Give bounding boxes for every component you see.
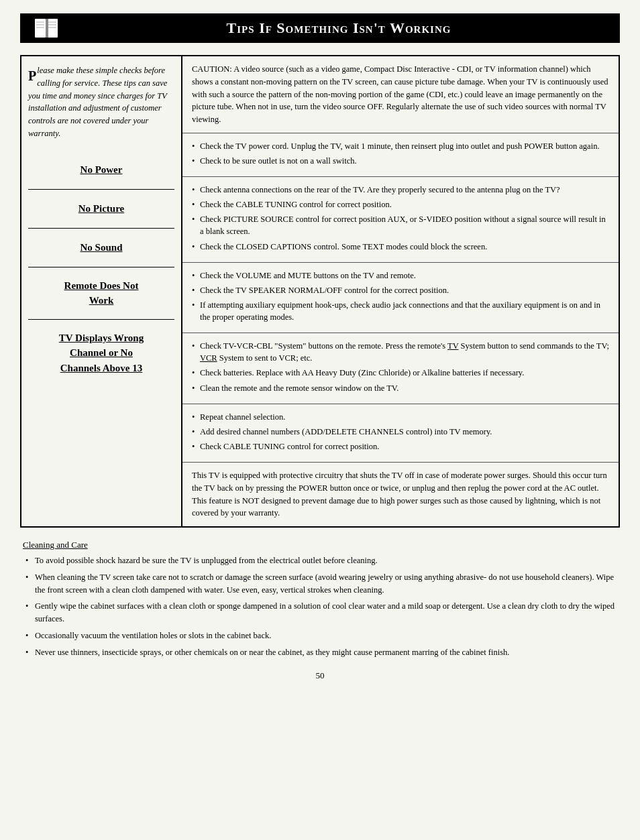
list-item: Check the TV SPEAKER NORMAL/OFF control … [192,284,609,296]
no-sound-list: Check the VOLUME and MUTE buttons on the… [192,269,609,324]
no-power-list: Check the TV power cord. Unplug the TV, … [192,140,609,167]
remote-section: Check TV-VCR-CBL "System" buttons on the… [182,333,619,404]
list-item: Occasionally vacuum the ventilation hole… [23,629,617,642]
list-item: If attempting auxiliary equipment hook-u… [192,299,609,323]
list-item: Never use thinners, insecticide sprays, … [23,646,617,659]
list-item: To avoid possible shock hazard be sure t… [23,554,617,567]
list-item: Check the VOLUME and MUTE buttons on the… [192,269,609,282]
list-item: Check the CABLE TUNING control for corre… [192,198,609,211]
svg-rect-1 [47,19,58,38]
list-item: Check CABLE TUNING control for correct p… [192,440,609,453]
channel-list: Repeat channel selection. Add desired ch… [192,411,609,453]
power-surge-box: This TV is equipped with protective circ… [182,463,619,526]
section-label-remote: Remote Does Not Work [28,267,174,319]
section-label-no-sound: No Sound [28,228,174,267]
list-item: Clean the remote and the remote sensor w… [192,382,609,394]
intro-text: Please make these simple checks before c… [28,64,174,140]
list-item: Check batteries. Replace with AA Heavy D… [192,367,609,379]
page-header: Tips If Something Isn't Working [20,13,620,43]
list-item: Add desired channel numbers (ADD/DELETE … [192,426,609,438]
list-item: When cleaning the TV screen take care no… [23,571,617,597]
list-item: Check to be sure outlet is not on a wall… [192,155,609,167]
no-power-section: Check the TV power cord. Unplug the TV, … [182,133,619,177]
section-label-no-picture: No Picture [28,189,174,228]
caution-box: CAUTION: A video source (such as a video… [182,56,619,133]
book-icon [34,17,60,39]
list-item: Check the TV power cord. Unplug the TV, … [192,140,609,152]
drop-cap: P [28,66,36,86]
svg-rect-0 [35,19,46,38]
section-label-no-power: No Power [28,151,174,189]
list-item: Repeat channel selection. [192,411,609,423]
no-picture-section: Check antenna connections on the rear of… [182,177,619,263]
list-item: Check PICTURE SOURCE control for correct… [192,213,609,237]
cleaning-list: To avoid possible shock hazard be sure t… [23,554,617,658]
no-picture-list: Check antenna connections on the rear of… [192,184,609,253]
cleaning-section: Cleaning and Care To avoid possible shoc… [20,540,620,658]
left-column: Please make these simple checks before c… [21,56,182,526]
list-item: Check the CLOSED CAPTIONS control. Some … [192,241,609,253]
list-item: Gently wipe the cabinet surfaces with a … [23,600,617,625]
remote-list: Check TV-VCR-CBL "System" buttons on the… [192,340,609,394]
channel-section: Repeat channel selection. Add desired ch… [182,404,619,463]
page-number: 50 [20,670,620,681]
no-sound-section: Check the VOLUME and MUTE buttons on the… [182,263,619,334]
list-item: Check TV-VCR-CBL "System" buttons on the… [192,340,609,364]
main-content-box: Please make these simple checks before c… [20,55,620,528]
page-title: Tips If Something Isn't Working [71,19,606,37]
section-label-channel: TV Displays Wrong Channel or No Channels… [28,319,174,387]
list-item: Check antenna connections on the rear of… [192,184,609,196]
svg-rect-2 [46,19,48,38]
cleaning-title: Cleaning and Care [23,540,617,550]
right-column: CAUTION: A video source (such as a video… [182,56,619,526]
